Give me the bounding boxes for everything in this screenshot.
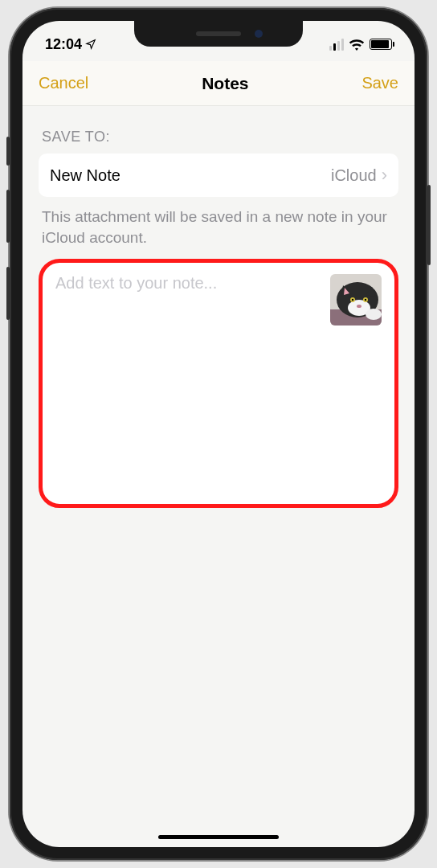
svg-point-6 [352, 299, 353, 301]
wifi-icon [349, 39, 365, 51]
save-button[interactable]: Save [361, 74, 398, 92]
content: SAVE TO: New Note iCloud › This attachme… [22, 106, 415, 508]
location-icon [85, 39, 96, 50]
notch [134, 21, 303, 47]
destination-description: This attachment will be saved in a new n… [39, 207, 398, 248]
save-to-label: SAVE TO: [39, 129, 398, 145]
destination-account: iCloud [331, 166, 377, 185]
phone-frame: 12:04 Cancel Notes Save SAVE TO: [10, 8, 427, 860]
screen: 12:04 Cancel Notes Save SAVE TO: [22, 21, 415, 847]
destination-row[interactable]: New Note iCloud › [39, 154, 398, 197]
home-indicator[interactable] [158, 835, 279, 839]
svg-point-7 [365, 299, 366, 301]
svg-point-9 [366, 309, 382, 320]
nav-title: Notes [202, 74, 248, 93]
note-compose-area[interactable]: Add text to your note... [43, 263, 394, 504]
note-compose-area-highlight: Add text to your note... [39, 259, 398, 508]
battery-icon [370, 39, 392, 50]
note-placeholder: Add text to your note... [55, 274, 217, 292]
cellular-icon [329, 39, 344, 51]
cancel-button[interactable]: Cancel [39, 74, 88, 92]
destination-title: New Note [50, 166, 120, 185]
attachment-thumbnail[interactable] [330, 274, 382, 326]
svg-point-8 [357, 305, 361, 308]
nav-bar: Cancel Notes Save [22, 61, 415, 106]
chevron-right-icon: › [382, 165, 387, 186]
status-time: 12:04 [45, 36, 82, 53]
